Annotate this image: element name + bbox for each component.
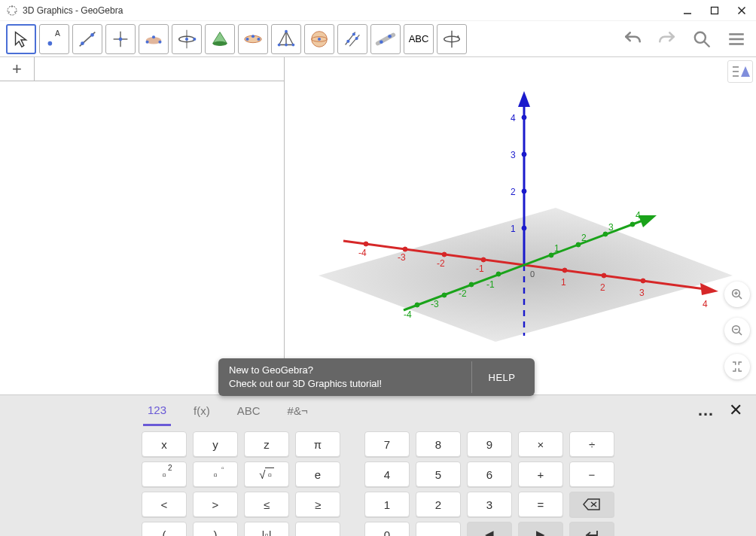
tool-ellipse[interactable] (238, 24, 268, 54)
tool-plane-3pt[interactable] (337, 24, 367, 54)
key-([interactable]: ( (142, 522, 187, 536)
key-0[interactable]: 0 (364, 522, 410, 536)
svg-point-24 (213, 41, 227, 45)
key-7[interactable]: 7 (364, 431, 410, 457)
svg-point-33 (285, 43, 288, 46)
svg-text:2: 2 (581, 233, 587, 243)
svg-text:1: 1 (554, 243, 559, 254)
key-9[interactable]: 9 (467, 431, 512, 457)
svg-point-19 (152, 35, 155, 38)
svg-point-57 (522, 226, 526, 230)
key-◀[interactable]: ◀ (467, 522, 512, 536)
key-8[interactable]: 8 (416, 431, 461, 457)
key-x[interactable]: x (142, 431, 187, 457)
key-⌫[interactable] (569, 492, 614, 517)
svg-line-104 (739, 332, 742, 335)
kbd-tab-123[interactable]: 123 (143, 396, 171, 426)
tool-polygon[interactable] (139, 24, 169, 54)
tool-cone[interactable] (205, 24, 235, 54)
key-+[interactable]: + (518, 461, 563, 487)
window-buttons (682, 5, 750, 16)
tool-sphere[interactable] (304, 24, 334, 54)
graphics-3d-pane[interactable]: 1 2 3 4 -4 -3 -2 -1 1 2 3 4 -4 (285, 57, 756, 394)
svg-text:3: 3 (639, 288, 645, 298)
svg-text:1: 1 (561, 277, 566, 288)
svg-text:-2: -2 (437, 258, 445, 269)
key-÷[interactable]: ÷ (569, 431, 614, 457)
key-√▫[interactable]: √▫ (244, 461, 289, 487)
key-e[interactable]: e (295, 461, 340, 487)
minimize-button[interactable] (682, 5, 693, 16)
kbd-tab-fx[interactable]: f(x) (189, 395, 215, 425)
svg-point-61 (522, 152, 526, 157)
zoom-in-button[interactable] (724, 282, 750, 307)
zoom-out-button[interactable] (724, 318, 750, 343)
svg-point-30 (285, 29, 288, 32)
key-,[interactable]: , (295, 522, 340, 536)
key-≥[interactable]: ≥ (295, 492, 340, 517)
kbd-tab-abc[interactable]: ABC (233, 395, 265, 425)
svg-point-18 (158, 40, 161, 43)
svg-point-2 (14, 11, 16, 13)
key-−[interactable]: − (569, 461, 614, 487)
3d-scene[interactable]: 1 2 3 4 -4 -3 -2 -1 1 2 3 4 -4 (285, 57, 756, 394)
svg-point-40 (352, 32, 355, 35)
key-y[interactable]: y (193, 431, 238, 457)
key-<[interactable]: < (142, 492, 187, 517)
svg-point-3 (11, 5, 13, 7)
close-button[interactable] (736, 5, 747, 16)
svg-point-63 (522, 115, 526, 120)
tool-pyramid[interactable] (271, 24, 301, 54)
home-view-button[interactable] (724, 354, 750, 379)
svg-point-23 (193, 37, 196, 40)
algebra-tabs: + (0, 57, 284, 81)
tool-line[interactable] (72, 24, 102, 54)
svg-rect-5 (712, 7, 718, 14)
key-×[interactable]: × (518, 431, 563, 457)
key-1[interactable]: 1 (364, 492, 410, 517)
maximize-button[interactable] (709, 5, 720, 16)
key-2[interactable]: 2 (416, 492, 461, 517)
add-input-button[interactable]: + (0, 57, 35, 81)
svg-point-94 (603, 232, 608, 236)
tool-point[interactable]: A (39, 24, 69, 54)
hint-line2: Check out our 3D Graphics tutorial! (229, 377, 471, 391)
keyboard-more-button[interactable]: … (697, 400, 715, 420)
key-▫²[interactable]: ▫2 (142, 461, 187, 487)
key-.[interactable]: . (416, 522, 461, 536)
svg-point-17 (146, 40, 149, 43)
undo-button[interactable] (619, 26, 646, 53)
kbd-tab-sym[interactable]: #&¬ (283, 395, 312, 425)
tool-perpendicular[interactable] (105, 24, 136, 54)
keyboard-close-button[interactable]: ✕ (729, 400, 742, 420)
key-↵[interactable] (569, 522, 614, 536)
key-3[interactable]: 3 (467, 492, 512, 517)
search-button[interactable] (688, 26, 715, 53)
key-6[interactable]: 6 (467, 461, 512, 487)
svg-text:2: 2 (511, 187, 516, 197)
menu-button[interactable] (723, 26, 750, 53)
key->[interactable]: > (193, 492, 238, 517)
hint-help-button[interactable]: HELP (471, 361, 532, 393)
key-)[interactable]: ) (193, 522, 238, 536)
tool-circle[interactable] (172, 24, 202, 54)
tool-move[interactable] (6, 24, 36, 54)
svg-point-26 (245, 37, 248, 40)
key-|▫|[interactable]: |▫| (244, 522, 289, 536)
key-z[interactable]: z (244, 431, 289, 457)
tool-rotate-view[interactable] (437, 24, 467, 54)
key-▫ⁿ[interactable]: ▫▫ (193, 461, 238, 487)
key-5[interactable]: 5 (416, 461, 461, 487)
svg-point-28 (257, 37, 260, 40)
key-4[interactable]: 4 (364, 461, 410, 487)
key-▶[interactable]: ▶ (518, 522, 563, 536)
key-π[interactable]: π (295, 431, 340, 457)
keyboard-tabs: 123 f(x) ABC #&¬ … ✕ (0, 395, 756, 425)
svg-text:4: 4 (703, 299, 708, 309)
titlebar: 3D Graphics - GeoGebra (0, 0, 756, 21)
redo-button[interactable] (654, 26, 681, 53)
tool-text[interactable]: ABC (404, 24, 434, 54)
key-=[interactable]: = (518, 492, 563, 517)
tool-net[interactable] (370, 24, 401, 54)
key-≤[interactable]: ≤ (244, 492, 289, 517)
